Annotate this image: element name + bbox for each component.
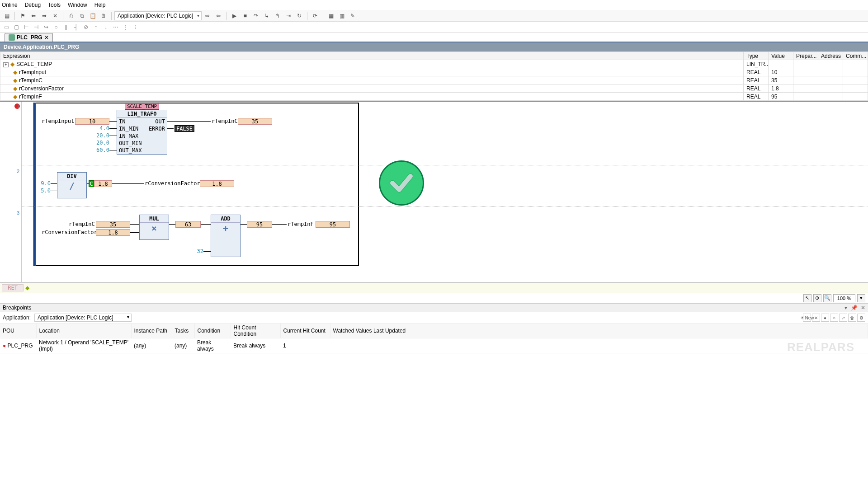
pin-icon[interactable]: 📌: [851, 305, 858, 311]
insert-network-icon[interactable]: ▭: [2, 23, 11, 32]
zoom-fit-icon[interactable]: ⊕: [813, 294, 821, 302]
output-variable[interactable]: rTempInF: [288, 221, 314, 227]
application-combo[interactable]: Application [Device: PLC Logic]: [34, 314, 132, 322]
insert-output-icon[interactable]: ⊣: [32, 23, 41, 32]
bookmark-clear-icon[interactable]: ✕: [50, 11, 60, 21]
close-icon[interactable]: ✕: [861, 305, 865, 311]
close-icon[interactable]: ✕: [44, 34, 49, 41]
bookmark-prev-icon[interactable]: ⬅: [28, 11, 38, 21]
misc1-icon[interactable]: ⋯: [111, 23, 120, 32]
single-cycle-icon[interactable]: ↻: [294, 11, 304, 21]
constant[interactable]: 5.0: [39, 188, 51, 194]
menu-item-window[interactable]: Window: [68, 2, 87, 8]
insert-branch-icon[interactable]: ┤: [71, 23, 80, 32]
negate-icon[interactable]: ⊘: [81, 23, 90, 32]
col-expression[interactable]: Expression: [0, 52, 744, 60]
step-out-icon[interactable]: ↰: [273, 11, 283, 21]
misc2-icon[interactable]: ⋮: [121, 23, 130, 32]
col-condition[interactable]: Condition: [194, 324, 231, 338]
step-over-icon[interactable]: ↷: [251, 11, 261, 21]
menu-item-debug[interactable]: Debug: [25, 2, 41, 8]
col-address[interactable]: Address: [818, 52, 843, 60]
fb-div[interactable]: DIV /: [57, 172, 87, 198]
fb-instance-name[interactable]: SCALE_TEMP: [125, 103, 159, 110]
col-hitcond[interactable]: Hit Count Condition: [231, 324, 280, 338]
grid2-icon[interactable]: ▥: [337, 11, 347, 21]
goto-source-icon[interactable]: ↗: [839, 314, 847, 322]
constant[interactable]: 60.0: [93, 147, 109, 153]
col-instance[interactable]: Instance Path: [131, 324, 172, 338]
constant[interactable]: 20.0: [93, 132, 109, 139]
logout-icon[interactable]: ⇦: [213, 11, 223, 21]
new-breakpoint-button[interactable]: ☀New: [803, 314, 811, 322]
col-type[interactable]: Type: [744, 52, 769, 60]
cursor-icon[interactable]: ↖: [803, 294, 811, 302]
col-prepared[interactable]: Prepar...: [793, 52, 818, 60]
expand-icon[interactable]: +: [3, 62, 9, 67]
refresh-icon[interactable]: ⟳: [310, 11, 320, 21]
edge-rising-icon[interactable]: ↑: [91, 23, 100, 32]
constant[interactable]: 20.0: [93, 140, 109, 146]
menu-item-online[interactable]: Online: [2, 2, 18, 8]
col-tasks[interactable]: Tasks: [172, 324, 194, 338]
enable-breakpoint-icon[interactable]: ●: [821, 314, 829, 322]
zoom-value[interactable]: 100 %: [833, 294, 855, 302]
login-icon[interactable]: ⇨: [203, 11, 212, 21]
bookmark-next-icon[interactable]: ➡: [39, 11, 49, 21]
disable-breakpoint-icon[interactable]: ○: [830, 314, 838, 322]
new-icon[interactable]: ▤: [2, 11, 12, 21]
grid1-icon[interactable]: ▦: [326, 11, 336, 21]
step-into-icon[interactable]: ↳: [262, 11, 272, 21]
delete-breakpoint-icon[interactable]: ✕: [812, 314, 820, 322]
constant[interactable]: 9.0: [39, 180, 51, 187]
print-icon[interactable]: ⎙: [66, 11, 76, 21]
zoom-icon[interactable]: 🔍: [823, 294, 831, 302]
bookmark-icon[interactable]: ⚑: [18, 11, 28, 21]
col-location[interactable]: Location: [36, 324, 131, 338]
col-comment[interactable]: Comm...: [843, 52, 868, 60]
var-row[interactable]: ◆rTempInF REAL 95: [0, 93, 868, 101]
application-selector[interactable]: Application [Device: PLC Logic]: [114, 11, 202, 20]
var-row[interactable]: +◆SCALE_TEMP LIN_TR...: [0, 60, 868, 68]
output-variable[interactable]: rTempInC: [212, 118, 238, 124]
copy-icon[interactable]: ⧉: [77, 11, 87, 21]
var-row[interactable]: ◆rConversionFactor REAL 1.8: [0, 84, 868, 93]
insert-input-icon[interactable]: ⊢: [22, 23, 31, 32]
var-value[interactable]: 10: [769, 68, 793, 76]
zoom-dropdown-icon[interactable]: ▾: [857, 294, 865, 302]
var-value[interactable]: [769, 60, 793, 68]
fb-mul[interactable]: MUL ×: [139, 215, 169, 240]
col-pou[interactable]: POU: [0, 324, 36, 338]
var-value[interactable]: 95: [769, 93, 793, 101]
col-value[interactable]: Value: [769, 52, 793, 60]
constant[interactable]: 32: [194, 248, 203, 254]
output-variable[interactable]: rConversionFactor: [145, 180, 200, 187]
col-curhit[interactable]: Current Hit Count: [280, 324, 330, 338]
var-row[interactable]: ◆rTempInC REAL 35: [0, 76, 868, 84]
variable-grid[interactable]: Expression Type Value Prepar... Address …: [0, 52, 868, 102]
var-value[interactable]: 1.8: [769, 84, 793, 93]
input-variable[interactable]: rConversionFactor: [42, 229, 97, 235]
breakpoints-table[interactable]: POU Location Instance Path Tasks Conditi…: [0, 324, 868, 353]
insert-contact-icon[interactable]: ‖: [61, 23, 71, 32]
insert-box-icon[interactable]: ▢: [12, 23, 21, 32]
delete-all-icon[interactable]: 🗑: [848, 314, 856, 322]
find-icon[interactable]: 🗎: [99, 11, 108, 21]
input-variable[interactable]: rTempInC: [69, 221, 95, 227]
edge-falling-icon[interactable]: ↓: [101, 23, 110, 32]
menu-item-help[interactable]: Help: [94, 2, 106, 8]
insert-coil-icon[interactable]: ○: [52, 23, 61, 32]
insert-jump-icon[interactable]: ↪: [42, 23, 51, 32]
paste-icon[interactable]: 📋: [88, 11, 98, 21]
run-to-cursor-icon[interactable]: ⇥: [283, 11, 293, 21]
stop-icon[interactable]: ■: [240, 11, 250, 21]
fb-add[interactable]: ADD +: [211, 215, 241, 257]
misc3-icon[interactable]: ⁝: [131, 23, 140, 32]
menu-item-tools[interactable]: Tools: [48, 2, 61, 8]
start-icon[interactable]: ▶: [229, 11, 239, 21]
fbd-editor[interactable]: 1 2 3 SCALE_TEMP LIN_TRAFO INOUT IN_MINE…: [0, 102, 868, 282]
fb-lin-trafo[interactable]: SCALE_TEMP LIN_TRAFO INOUT IN_MINERROR I…: [117, 110, 167, 155]
col-watched[interactable]: Watched Values Last Updated: [330, 324, 868, 338]
properties-icon[interactable]: ⚙: [857, 314, 865, 322]
constant[interactable]: 4.0: [95, 125, 109, 131]
